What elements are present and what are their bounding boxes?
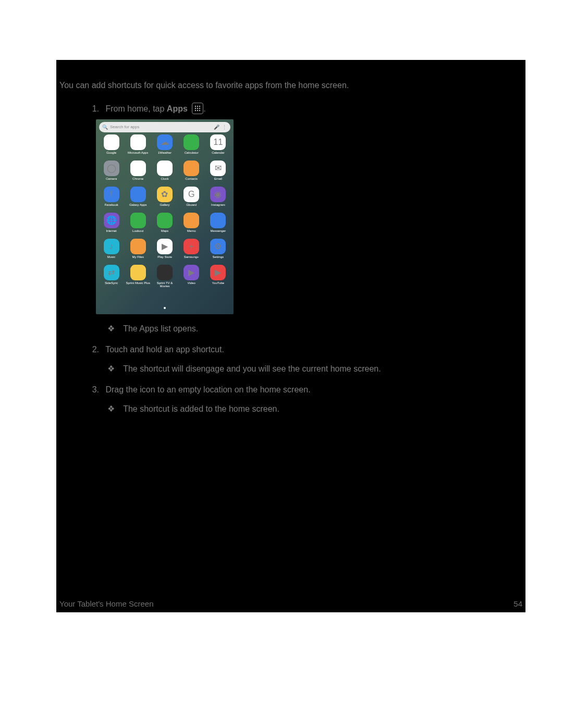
step-3-number: 3. (88, 385, 99, 394)
app-label: Contacts (185, 177, 198, 184)
app-video[interactable]: ▶Video (178, 265, 205, 289)
app-galaxy-apps[interactable]: Galaxy Apps (125, 187, 151, 211)
app-contacts[interactable]: Contacts (178, 161, 205, 184)
app-icon (183, 134, 199, 150)
app-icon: 🌐 (104, 213, 119, 228)
app-label: Memo (187, 229, 196, 237)
intro-text: You can add shortcuts for quick access t… (59, 60, 522, 91)
app-label: Facebook (104, 203, 118, 211)
app-gallery[interactable]: ✿Gallery (151, 187, 178, 211)
search-icon: 🔍 (102, 125, 108, 130)
app-icon: ◯ (104, 161, 119, 176)
app-calendar[interactable]: 11Calendar (205, 134, 231, 158)
app-label: Messenger (211, 229, 226, 237)
app-icon (157, 265, 173, 280)
apps-search-bar[interactable]: 🔍 Search for apps 🎤 ⋮ (99, 122, 230, 132)
app-icon: ♪ (104, 239, 119, 254)
app-label: Chrome (132, 177, 143, 184)
app-label: Google (106, 151, 116, 158)
app-icon (130, 187, 146, 202)
app-icon: ✿ (157, 187, 173, 202)
step-2-text: Touch and hold an app shortcut. (105, 345, 224, 354)
app-label: Calendar (212, 151, 224, 158)
app-calculator[interactable]: Calculator (178, 134, 205, 158)
app-google[interactable]: Google (98, 134, 125, 158)
app-icon (130, 134, 146, 150)
app-label: Sprint TV & Movies (151, 281, 178, 289)
app-icon (130, 161, 146, 176)
app-youtube[interactable]: ▶YouTube (205, 265, 231, 289)
app-label: Maps (161, 229, 169, 237)
app-sidesync[interactable]: ⇄SideSync (98, 265, 125, 289)
app-icon (130, 239, 146, 254)
step-3-text: Drag the icon to an empty location on th… (105, 385, 310, 394)
step-1-sub: ❖ The Apps list opens. (59, 324, 522, 334)
app-my-files[interactable]: My Files (125, 239, 151, 263)
app-music[interactable]: ♪Music (98, 239, 125, 263)
more-icon[interactable]: ⋮ (222, 125, 227, 129)
app-label: Instagram (211, 203, 225, 211)
svg-point-8 (199, 109, 200, 110)
app-label: Settings (213, 255, 224, 263)
app-label: My Files (132, 255, 144, 263)
step-1-sub-text: The Apps list opens. (123, 324, 198, 333)
svg-point-6 (195, 109, 196, 110)
step-1-pre: From home, tap (105, 104, 166, 113)
app-label: Microsoft Apps (128, 151, 148, 158)
svg-point-1 (197, 105, 198, 106)
app-chrome[interactable]: Chrome (125, 161, 151, 184)
step-3-sub: ❖ The shortcut is added to the home scre… (59, 404, 522, 414)
app-lookout[interactable]: Lookout (125, 213, 151, 237)
app-facebook[interactable]: fFacebook (98, 187, 125, 211)
app-samsung-[interactable]: +Samsung+ (178, 239, 205, 263)
app-clock[interactable]: Clock (151, 161, 178, 184)
app-sprint-music-plus[interactable]: Sprint Music Plus (125, 265, 151, 289)
app-settings[interactable]: ⚙Settings (205, 239, 231, 263)
app-icon: G (183, 187, 199, 202)
app-label: Gboard (186, 203, 197, 211)
app-icon: f (104, 187, 119, 202)
app-sprint-tv-movies[interactable]: Sprint TV & Movies (151, 265, 178, 289)
app-instagram[interactable]: ◉Instagram (205, 187, 231, 211)
app-gboard[interactable]: GGboard (178, 187, 205, 211)
app-label: Samsung+ (184, 255, 199, 263)
app-icon: ▶ (210, 265, 226, 280)
diamond-icon: ❖ (106, 324, 116, 334)
step-1-bold: Apps (167, 104, 188, 113)
app-icon: ☁ (157, 134, 173, 150)
apps-grid: GoogleMicrosoft Apps☁1WeatherCalculator1… (96, 134, 234, 289)
app-internet[interactable]: 🌐Internet (98, 213, 125, 237)
app-email[interactable]: ✉Email (205, 161, 231, 184)
apps-search-placeholder: Search for apps (110, 125, 214, 129)
apps-icon (192, 103, 203, 114)
app-icon (183, 213, 199, 228)
app-microsoft-apps[interactable]: Microsoft Apps (125, 134, 151, 158)
svg-point-7 (197, 109, 198, 110)
diamond-icon: ❖ (106, 404, 116, 414)
mic-icon[interactable]: 🎤 (214, 125, 219, 130)
step-3: 3. Drag the icon to an empty location on… (59, 385, 522, 394)
step-3-sub-text: The shortcut is added to the home screen… (123, 404, 279, 413)
app-label: Clock (161, 177, 168, 184)
app-play-store[interactable]: ▶Play Store (151, 239, 178, 263)
step-1-number: 1. (88, 104, 99, 114)
app-1weather[interactable]: ☁1Weather (151, 134, 178, 158)
app-memo[interactable]: Memo (178, 213, 205, 237)
app-icon: ◉ (210, 187, 226, 202)
app-icon: ⇄ (104, 265, 119, 280)
app-icon: ▶ (183, 265, 199, 280)
app-label: 1Weather (158, 151, 172, 158)
app-icon (104, 134, 119, 150)
app-label: Sprint Music Plus (126, 281, 150, 289)
app-icon (130, 265, 146, 280)
svg-point-4 (197, 107, 198, 108)
app-icon (210, 213, 226, 228)
app-label: Email (214, 177, 222, 184)
step-1: 1. From home, tap Apps . (59, 103, 522, 114)
app-icon (157, 213, 173, 228)
app-camera[interactable]: ◯Camera (98, 161, 125, 184)
app-maps[interactable]: Maps (151, 213, 178, 237)
app-messenger[interactable]: Messenger (205, 213, 231, 237)
svg-point-0 (195, 105, 196, 106)
page-indicator (96, 302, 234, 311)
